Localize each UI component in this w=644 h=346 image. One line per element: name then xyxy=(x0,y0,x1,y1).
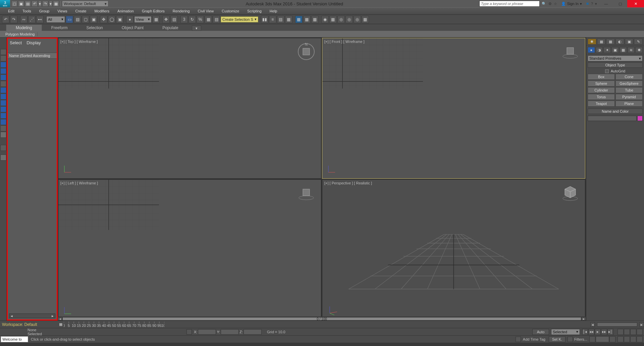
cat-geometry-icon[interactable]: ● xyxy=(588,47,595,53)
current-frame-input[interactable] xyxy=(596,336,609,342)
rollout-object-type[interactable]: Object Type xyxy=(588,62,643,68)
viewcube-icon[interactable]: N xyxy=(298,43,315,60)
undo-button[interactable]: ↶ xyxy=(2,16,9,23)
track-right-icon[interactable]: ▸ xyxy=(581,317,586,321)
time-ruler[interactable]: 0510152025303540455055606570758085909510… xyxy=(64,321,590,328)
redo-history-icon[interactable]: ▾ xyxy=(49,1,52,7)
spinner-snap-button[interactable]: ▦ xyxy=(205,16,212,23)
btn-teapot[interactable]: Teapot xyxy=(588,101,615,107)
add-time-tag[interactable]: Add Time Tag xyxy=(523,337,549,341)
menu-modifiers[interactable]: Modifiers xyxy=(90,7,113,15)
viewport-front[interactable]: [+] [ Front ] [ Wireframe ] xyxy=(322,38,585,179)
se-filter-icon[interactable] xyxy=(0,145,6,151)
close-button[interactable]: ✕ xyxy=(627,0,644,7)
autogrid-checkbox[interactable] xyxy=(605,69,609,73)
goto-start-icon[interactable]: │◂ xyxy=(582,329,588,335)
minimize-button[interactable]: — xyxy=(599,0,613,7)
se-frozen-icon[interactable] xyxy=(0,125,6,131)
ribbon-expand-icon[interactable]: ▾ xyxy=(192,25,201,31)
menu-views[interactable]: Views xyxy=(53,7,71,15)
material-editor-button[interactable]: ▦ xyxy=(311,16,319,23)
render-activeshade-button[interactable]: ◎ xyxy=(354,16,361,23)
open-icon[interactable]: ▣ xyxy=(18,1,24,7)
cat-cameras-icon[interactable]: ▣ xyxy=(611,47,619,53)
se-hidden-icon[interactable] xyxy=(0,132,6,138)
time-scroll-slider[interactable] xyxy=(597,323,637,327)
undo-icon[interactable]: ↶ xyxy=(32,1,38,7)
exchange-icon[interactable]: ✖ xyxy=(586,2,589,6)
key-mode-dropdown[interactable]: Selected▾ xyxy=(551,329,580,335)
btn-box[interactable]: Box xyxy=(588,74,615,80)
rotate-button[interactable]: ◯ xyxy=(108,16,115,23)
z-input[interactable] xyxy=(244,329,262,335)
keyboard-shortcut-button[interactable]: ▤ xyxy=(170,16,178,23)
maximize-viewport-icon[interactable] xyxy=(637,336,643,342)
nav2-icon[interactable] xyxy=(630,329,636,335)
viewport-top[interactable]: [+] [ Top ] [ Wireframe ] N xyxy=(58,38,321,179)
lock-selection-icon[interactable] xyxy=(186,329,192,335)
se-geometry-icon[interactable] xyxy=(0,62,6,68)
ribbon-tab-selection[interactable]: Selection xyxy=(77,25,112,31)
menu-scripting[interactable]: Scripting xyxy=(243,7,266,15)
btn-torus[interactable]: Torus xyxy=(588,94,615,100)
menu-create[interactable]: Create xyxy=(71,7,90,15)
se-containers-icon[interactable] xyxy=(0,119,6,125)
set-key-button[interactable]: Set K. xyxy=(549,336,566,342)
ribbon-tab-modeling[interactable]: Modeling xyxy=(6,24,42,31)
link-icon[interactable]: ∾ xyxy=(20,16,28,23)
btn-cone[interactable]: Cone xyxy=(615,74,643,80)
maximize-button[interactable]: ▢ xyxy=(613,0,627,7)
schematic-view-button[interactable]: ▦ xyxy=(303,16,311,23)
render-production-button[interactable]: ◎ xyxy=(337,16,345,23)
scroll-left-icon[interactable]: ◂ xyxy=(9,314,14,318)
menu-group[interactable]: Group xyxy=(35,7,54,15)
btn-cylinder[interactable]: Cylinder xyxy=(588,87,615,93)
snap-toggle-button[interactable]: 3 xyxy=(180,16,188,23)
rollout-name-color[interactable]: Name and Color xyxy=(588,109,643,114)
btn-plane[interactable]: Plane xyxy=(615,101,643,107)
cat-helpers-icon[interactable]: ▦ xyxy=(620,47,627,53)
ribbon-panel-label[interactable]: Polygon Modeling xyxy=(3,32,38,36)
workspace-dropdown[interactable]: Workspace: Default ▾ xyxy=(62,1,108,7)
se-display-all-icon[interactable] xyxy=(0,49,6,55)
se-column-header[interactable]: Name (Sorted Ascending xyxy=(8,53,57,59)
pan-icon[interactable] xyxy=(630,336,636,342)
se-bone-icon[interactable] xyxy=(0,113,6,119)
render-in-cloud-button[interactable]: ▦ xyxy=(362,16,369,23)
time-tag-icon[interactable] xyxy=(516,337,521,342)
tab-create-icon[interactable]: ✺ xyxy=(588,39,596,45)
goto-end-icon[interactable]: ▸│ xyxy=(607,329,613,335)
percent-snap-button[interactable]: % xyxy=(197,16,204,23)
menu-tools[interactable]: Tools xyxy=(18,7,35,15)
select-region-button[interactable]: ▢ xyxy=(82,16,89,23)
se-cameras-icon[interactable] xyxy=(0,81,6,87)
se-tab-select[interactable]: Select xyxy=(10,40,22,45)
track-left-icon[interactable]: ◂ xyxy=(58,317,62,321)
slider-right-icon[interactable]: ▸ xyxy=(639,322,644,327)
isolate-icon[interactable] xyxy=(618,329,624,335)
next-key-icon[interactable] xyxy=(609,336,615,342)
project-icon[interactable]: ▦ xyxy=(53,1,59,7)
viewcube-icon[interactable] xyxy=(298,184,315,202)
se-h-scrollbar[interactable]: ◂ ▸ xyxy=(9,313,55,318)
se-shapes-icon[interactable] xyxy=(0,68,6,74)
unlink-icon[interactable]: ⋰ xyxy=(28,16,36,23)
align-button[interactable]: ≡ xyxy=(269,16,276,23)
slider-left-icon[interactable]: ◂ xyxy=(590,322,595,327)
select-by-name-button[interactable]: ▤ xyxy=(74,16,81,23)
ribbon-tab-object-paint[interactable]: Object Paint xyxy=(112,25,153,31)
menu-customize[interactable]: Customize xyxy=(218,7,243,15)
zoom-icon[interactable] xyxy=(618,336,624,342)
se-tab-display[interactable]: Display xyxy=(26,40,41,45)
menu-graph-editors[interactable]: Graph Editors xyxy=(138,7,169,15)
menu-help[interactable]: Help xyxy=(266,7,281,15)
scale-button[interactable]: ▣ xyxy=(116,16,123,23)
key-filters-label[interactable]: Filters... xyxy=(574,337,587,341)
btn-pyramid[interactable]: Pyramid xyxy=(615,94,643,100)
viewport-perspective[interactable]: [+] [ Perspective ] [ Realistic ] xyxy=(322,179,585,320)
object-color-swatch[interactable] xyxy=(637,116,643,121)
se-sort-icon[interactable] xyxy=(0,155,6,161)
app-logo-icon[interactable]: 3MAX xyxy=(0,0,10,7)
viewcube-icon[interactable] xyxy=(561,43,579,60)
se-helpers-icon[interactable] xyxy=(0,87,6,93)
